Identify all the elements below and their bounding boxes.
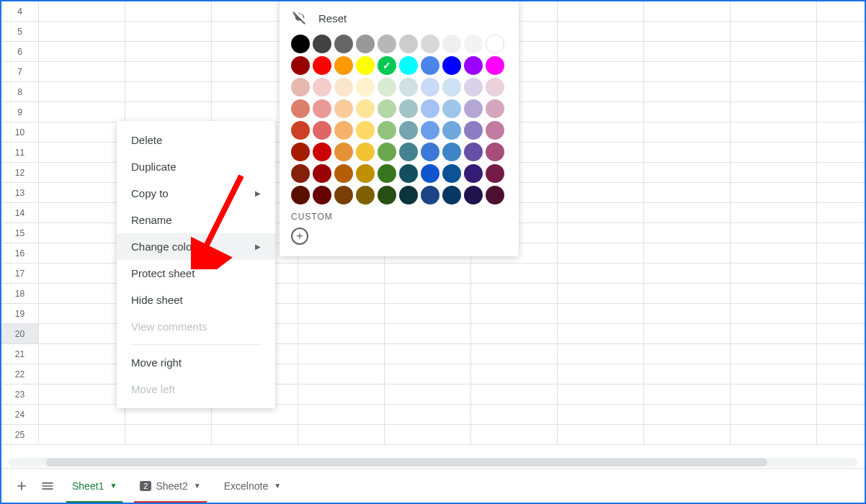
cell[interactable] xyxy=(731,304,817,323)
color-swatch[interactable] xyxy=(442,56,461,75)
color-swatch[interactable] xyxy=(334,121,353,140)
cell[interactable] xyxy=(471,284,558,303)
cell[interactable] xyxy=(817,304,866,323)
color-swatch[interactable] xyxy=(313,78,331,96)
menu-rename[interactable]: Rename xyxy=(117,207,275,233)
cell[interactable] xyxy=(298,405,385,424)
menu-copy-to[interactable]: Copy to▶ xyxy=(117,180,275,207)
cell[interactable] xyxy=(644,405,731,424)
row-header[interactable]: 21 xyxy=(1,344,39,364)
cell[interactable] xyxy=(39,344,125,364)
cell[interactable] xyxy=(644,42,731,61)
cell[interactable] xyxy=(731,344,817,364)
reset-color-button[interactable]: Reset xyxy=(291,7,507,35)
cell[interactable] xyxy=(644,183,731,202)
cell[interactable] xyxy=(731,364,817,384)
cell[interactable] xyxy=(817,223,866,243)
cell[interactable] xyxy=(39,183,125,202)
row-header[interactable]: 9 xyxy=(1,102,39,122)
cell[interactable] xyxy=(817,284,866,303)
cell[interactable] xyxy=(298,344,385,364)
color-swatch[interactable] xyxy=(291,186,310,204)
cell[interactable] xyxy=(39,425,125,444)
cell[interactable] xyxy=(644,304,731,323)
cell[interactable] xyxy=(731,384,817,404)
color-swatch[interactable] xyxy=(356,99,375,118)
cell[interactable] xyxy=(817,1,866,21)
row-header[interactable]: 24 xyxy=(1,405,39,424)
cell[interactable] xyxy=(39,364,125,384)
cell[interactable] xyxy=(558,22,644,41)
color-swatch[interactable] xyxy=(421,78,439,96)
scroll-thumb[interactable] xyxy=(46,458,767,467)
color-swatch[interactable] xyxy=(334,143,353,161)
color-swatch[interactable] xyxy=(334,99,353,118)
color-swatch[interactable] xyxy=(356,143,375,161)
cell[interactable] xyxy=(644,324,731,343)
cell[interactable] xyxy=(39,1,125,21)
row-header[interactable]: 25 xyxy=(1,425,39,444)
cell[interactable] xyxy=(817,102,866,122)
color-swatch[interactable] xyxy=(313,56,331,75)
cell[interactable] xyxy=(39,122,125,142)
cell[interactable] xyxy=(385,405,471,424)
chevron-down-icon[interactable]: ▼ xyxy=(110,482,117,490)
color-swatch[interactable] xyxy=(313,35,331,53)
menu-move-right[interactable]: Move right xyxy=(117,349,275,376)
cell[interactable] xyxy=(558,344,644,364)
row-header[interactable]: 6 xyxy=(1,42,39,61)
cell[interactable] xyxy=(731,122,817,142)
cell[interactable] xyxy=(125,22,212,41)
menu-hide-sheet[interactable]: Hide sheet xyxy=(117,287,275,313)
color-swatch[interactable] xyxy=(378,164,396,183)
color-swatch[interactable] xyxy=(334,186,353,204)
cell[interactable] xyxy=(731,163,817,182)
color-swatch[interactable] xyxy=(399,56,418,75)
color-swatch[interactable] xyxy=(291,35,310,53)
cell[interactable] xyxy=(558,143,644,162)
sheet-tab-excelnote[interactable]: Excelnote ▼ xyxy=(213,469,293,503)
color-swatch[interactable] xyxy=(421,35,439,53)
cell[interactable] xyxy=(817,22,866,41)
cell[interactable] xyxy=(644,264,731,283)
grid-row[interactable]: 25 xyxy=(1,425,865,445)
cell[interactable] xyxy=(39,405,125,424)
cell[interactable] xyxy=(298,425,385,444)
cell[interactable] xyxy=(385,304,471,323)
cell[interactable] xyxy=(558,425,644,444)
cell[interactable] xyxy=(731,264,817,283)
cell[interactable] xyxy=(39,163,125,182)
sheet-tab-sheet2[interactable]: 2 Sheet2 ▼ xyxy=(128,469,212,503)
color-swatch[interactable] xyxy=(378,186,396,204)
color-swatch[interactable] xyxy=(356,121,375,140)
cell[interactable] xyxy=(731,1,817,21)
menu-change-color[interactable]: Change color▶ xyxy=(117,233,275,260)
cell[interactable] xyxy=(39,42,125,61)
cell[interactable] xyxy=(817,243,866,263)
color-swatch[interactable] xyxy=(464,186,483,204)
cell[interactable] xyxy=(731,425,817,444)
cell[interactable] xyxy=(558,384,644,404)
color-swatch[interactable] xyxy=(378,99,396,118)
row-header[interactable]: 4 xyxy=(1,1,39,21)
menu-duplicate[interactable]: Duplicate xyxy=(117,153,275,180)
cell[interactable] xyxy=(644,344,731,364)
color-swatch[interactable] xyxy=(378,143,396,161)
color-swatch[interactable] xyxy=(442,164,461,183)
cell[interactable] xyxy=(125,102,212,122)
cell[interactable] xyxy=(731,324,817,343)
cell[interactable] xyxy=(385,344,471,364)
row-header[interactable]: 7 xyxy=(1,62,39,81)
cell[interactable] xyxy=(817,425,866,444)
cell[interactable] xyxy=(39,304,125,323)
color-swatch[interactable] xyxy=(313,164,331,183)
cell[interactable] xyxy=(212,425,298,444)
color-swatch[interactable] xyxy=(378,78,396,96)
color-swatch[interactable] xyxy=(464,164,483,183)
cell[interactable] xyxy=(39,324,125,343)
cell[interactable] xyxy=(558,304,644,323)
cell[interactable] xyxy=(558,122,644,142)
color-swatch[interactable] xyxy=(421,164,439,183)
cell[interactable] xyxy=(39,384,125,404)
color-swatch[interactable] xyxy=(378,35,396,53)
